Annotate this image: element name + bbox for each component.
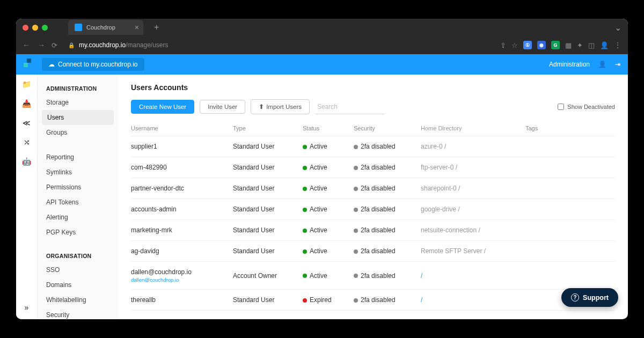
security-dot-icon: [354, 229, 358, 233]
cell-home: google-drive /: [421, 205, 525, 213]
show-deactivated-checkbox[interactable]: [558, 104, 564, 110]
administration-link[interactable]: Administration: [549, 61, 590, 68]
window-controls: [23, 25, 48, 31]
cell-username: accounts-admin: [131, 205, 233, 213]
col-header-status[interactable]: Status: [303, 125, 354, 131]
icon-rail: 📁 📥 ≪ ⤭ 🤖 »: [16, 75, 38, 319]
table-row[interactable]: supplier1 Standard User Active 2fa disab…: [131, 136, 615, 157]
expand-rail-icon[interactable]: »: [25, 303, 29, 312]
sidebar-item-domains[interactable]: Domains: [38, 277, 118, 292]
reload-button[interactable]: ⟳: [52, 41, 57, 49]
lock-icon: 🔒: [68, 42, 75, 48]
sidebar: ADMINISTRATION StorageUsersGroups Report…: [38, 75, 118, 319]
cell-username: ag-davidg: [131, 247, 233, 255]
security-dot-icon: [354, 145, 358, 149]
sidebar-item-alerting[interactable]: Alerting: [38, 210, 118, 225]
connect-button[interactable]: ☁ Connect to my.couchdrop.io: [42, 58, 144, 71]
invite-user-button[interactable]: Invite User: [200, 100, 245, 114]
table-row[interactable]: thereallb Standard User Expired 2fa disa…: [131, 290, 615, 311]
close-window-icon[interactable]: [23, 25, 28, 31]
cell-status: Expired: [303, 296, 354, 304]
star-icon[interactable]: ☆: [511, 41, 518, 49]
url-bar[interactable]: 🔒 my.couchdrop.io/manage/users: [64, 41, 494, 49]
extension-icon[interactable]: ◉: [537, 41, 546, 49]
close-tab-icon[interactable]: ×: [135, 23, 139, 32]
maximize-window-icon[interactable]: [42, 25, 48, 31]
create-new-user-button[interactable]: Create New User: [131, 100, 194, 114]
share-node-icon[interactable]: ≪: [23, 119, 31, 127]
sidebar-item-storage[interactable]: Storage: [38, 95, 118, 110]
table-row[interactable]: com-482990 Standard User Active 2fa disa…: [131, 157, 615, 178]
cell-username: com-482990: [131, 164, 233, 171]
panel-icon[interactable]: ◫: [588, 41, 595, 49]
cell-type: Standard User: [233, 164, 303, 171]
page-title: Users Accounts: [131, 83, 615, 92]
col-header-tags[interactable]: Tags: [525, 125, 615, 131]
cell-security: 2fa disabled: [354, 226, 421, 234]
share-icon[interactable]: ⇪: [500, 41, 506, 49]
security-dot-icon: [354, 166, 358, 170]
browser-tab[interactable]: Couchdrop ×: [68, 20, 143, 35]
robot-icon[interactable]: 🤖: [22, 157, 31, 166]
col-header-type[interactable]: Type: [233, 125, 303, 131]
profile-icon[interactable]: 👤: [600, 41, 609, 49]
extension-icon[interactable]: G: [551, 41, 560, 49]
search-input[interactable]: [315, 100, 385, 114]
puzzle-icon[interactable]: ✦: [577, 41, 583, 49]
browser-toolbar: ← → ⟳ 🔒 my.couchdrop.io/manage/users ⇪ ☆…: [16, 36, 628, 54]
sidebar-item-symlinks[interactable]: Symlinks: [38, 165, 118, 180]
cell-security: 2fa disabled: [354, 185, 421, 192]
question-icon: ?: [571, 293, 579, 302]
topbar-right: Administration 👤 ⇥: [549, 61, 620, 68]
box-icon[interactable]: ▦: [565, 41, 572, 49]
sidebar-item-whitelabelling[interactable]: Whitelabelling: [38, 292, 118, 307]
user-icon[interactable]: 👤: [598, 61, 606, 68]
show-deactivated-toggle[interactable]: Show Deactivated: [558, 104, 615, 110]
table-row[interactable]: marketing-mrk Standard User Active 2fa d…: [131, 220, 615, 241]
cell-security: 2fa disabled: [354, 143, 421, 150]
cell-username: marketing-mrk: [131, 226, 233, 234]
col-header-username[interactable]: Username: [131, 125, 233, 131]
menu-icon[interactable]: ⋮: [614, 41, 621, 49]
new-tab-button[interactable]: +: [154, 23, 159, 32]
users-table: Username Type Status Security Home Direc…: [131, 121, 615, 311]
back-button[interactable]: ←: [23, 41, 30, 49]
sidebar-item-reporting[interactable]: Reporting: [38, 150, 118, 165]
table-row[interactable]: partner-vendor-dtc Standard User Active …: [131, 178, 615, 199]
cell-home: ftp-server-0 /: [421, 164, 525, 171]
sidebar-section-org: ORGANISATION: [38, 249, 118, 262]
col-header-home[interactable]: Home Directory: [421, 125, 525, 131]
sidebar-item-groups[interactable]: Groups: [38, 125, 118, 140]
security-dot-icon: [354, 298, 358, 303]
cell-home: sharepoint-0 /: [421, 185, 525, 192]
security-dot-icon: [354, 208, 358, 212]
table-row[interactable]: ag-davidg Standard User Active 2fa disab…: [131, 241, 615, 262]
status-dot-icon: [303, 274, 307, 278]
folder-icon[interactable]: 📁: [22, 80, 31, 89]
inbox-icon[interactable]: 📥: [22, 99, 31, 108]
sidebar-item-api-tokens[interactable]: API Tokens: [38, 195, 118, 210]
logo-icon[interactable]: [24, 58, 35, 70]
forward-button[interactable]: →: [38, 41, 45, 49]
sidebar-item-sso[interactable]: SSO: [38, 262, 118, 277]
sidebar-item-users[interactable]: Users: [42, 110, 114, 125]
status-dot-icon: [303, 166, 307, 170]
sidebar-item-security[interactable]: Security: [38, 307, 118, 319]
cell-status: Active: [303, 185, 354, 192]
logout-icon[interactable]: ⇥: [615, 61, 620, 68]
cell-type: Standard User: [233, 226, 303, 234]
sidebar-item-pgp-keys[interactable]: PGP Keys: [38, 225, 118, 240]
col-header-security[interactable]: Security: [354, 125, 421, 131]
cell-type: Account Owner: [233, 272, 303, 280]
chevron-down-icon[interactable]: ⌄: [614, 23, 621, 33]
table-row[interactable]: dallen@couchdrop.iodallen@couchdrop.io A…: [131, 262, 615, 290]
cloud-icon: ☁: [48, 61, 55, 68]
extension-icon[interactable]: ①: [523, 41, 532, 49]
table-row[interactable]: accounts-admin Standard User Active 2fa …: [131, 199, 615, 220]
shuffle-icon[interactable]: ⤭: [24, 138, 30, 146]
import-users-button[interactable]: ⬆Import Users: [251, 99, 310, 114]
minimize-window-icon[interactable]: [32, 25, 38, 31]
sidebar-item-permissions[interactable]: Permissions: [38, 180, 118, 195]
cell-username: thereallb: [131, 296, 233, 304]
support-button[interactable]: ? Support: [561, 288, 618, 307]
